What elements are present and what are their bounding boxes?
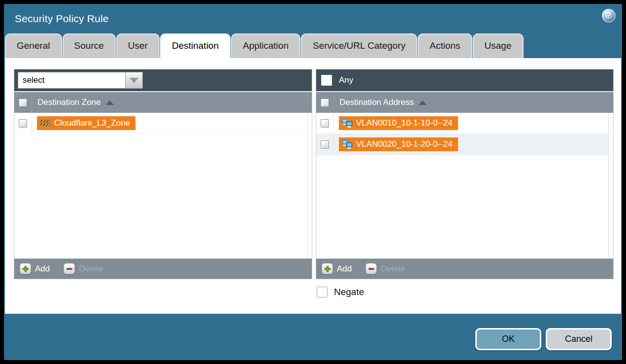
zone-list: Cloudflare_L3_Zone bbox=[14, 113, 312, 259]
minus-icon bbox=[365, 263, 377, 274]
delete-zone-label: Delete bbox=[79, 264, 103, 274]
sort-ascending-icon[interactable] bbox=[106, 100, 114, 105]
address-column-header-row: Destination Address bbox=[316, 91, 613, 113]
table-row: Cloudflare_L3_Zone bbox=[14, 113, 312, 134]
tab-usage[interactable]: Usage bbox=[473, 33, 524, 58]
zone-chip[interactable]: Cloudflare_L3_Zone bbox=[37, 116, 135, 130]
destination-address-panel: Any Destination Address bbox=[316, 69, 614, 279]
zone-filter-dropdown-button[interactable] bbox=[125, 72, 143, 89]
add-zone-label: Add bbox=[35, 264, 50, 274]
zone-filter-combobox bbox=[18, 72, 143, 89]
destination-address-column-header[interactable]: Destination Address bbox=[339, 98, 414, 107]
network-address-icon bbox=[342, 139, 353, 149]
address-row-checkbox[interactable] bbox=[321, 119, 329, 128]
network-address-icon bbox=[342, 118, 353, 128]
address-panel-footer: Add Delete bbox=[316, 259, 613, 279]
help-glyph: ? bbox=[606, 11, 611, 20]
tab-actions[interactable]: Actions bbox=[418, 33, 472, 58]
plus-icon bbox=[322, 263, 333, 274]
screen: { "window": { "title": "Security Policy … bbox=[0, 0, 626, 364]
address-chip[interactable]: VLAN0010_10-1-10-0--24 bbox=[339, 116, 458, 130]
delete-zone-button[interactable]: Delete bbox=[64, 263, 103, 274]
any-checkbox[interactable] bbox=[321, 75, 332, 86]
any-label: Any bbox=[339, 75, 353, 85]
zone-filter-input[interactable] bbox=[18, 72, 125, 89]
table-row: VLAN0010_10-1-10-0--24 bbox=[316, 113, 613, 134]
help-icon[interactable]: ? bbox=[602, 9, 616, 23]
chevron-down-icon bbox=[130, 78, 138, 83]
address-chip-label: VLAN0020_10-1-20-0--24 bbox=[356, 139, 453, 149]
address-row-checkbox[interactable] bbox=[321, 140, 329, 149]
zone-column-header-row: Destination Zone bbox=[14, 91, 312, 113]
select-all-zones-checkbox[interactable] bbox=[19, 99, 27, 107]
delete-address-label: Delete bbox=[381, 264, 405, 274]
zone-panel-header bbox=[14, 69, 312, 91]
zone-row-checkbox[interactable] bbox=[19, 119, 27, 128]
address-list-scrollbar[interactable] bbox=[608, 113, 613, 259]
negate-row: Negate bbox=[317, 287, 364, 298]
ok-button[interactable]: OK bbox=[475, 328, 541, 350]
add-address-button[interactable]: Add bbox=[322, 263, 352, 274]
address-list: VLAN0010_10-1-10-0--24 bbox=[316, 113, 613, 259]
negate-label: Negate bbox=[334, 287, 364, 298]
sort-ascending-icon[interactable] bbox=[419, 100, 427, 105]
security-policy-rule-dialog: Security Policy Rule ? General Source Us… bbox=[4, 4, 622, 360]
delete-address-button[interactable]: Delete bbox=[365, 263, 405, 274]
tab-source[interactable]: Source bbox=[63, 33, 116, 58]
address-chip-label: VLAN0010_10-1-10-0--24 bbox=[356, 118, 453, 128]
negate-checkbox[interactable] bbox=[317, 287, 328, 298]
plus-icon bbox=[20, 263, 31, 274]
add-address-label: Add bbox=[337, 264, 352, 274]
tab-user[interactable]: User bbox=[116, 33, 160, 58]
zone-panel-footer: Add Delete bbox=[14, 259, 312, 279]
address-chip[interactable]: VLAN0020_10-1-20-0--24 bbox=[339, 137, 458, 151]
tab-general[interactable]: General bbox=[5, 33, 62, 58]
dialog-title: Security Policy Rule bbox=[15, 13, 109, 25]
zone-chip-label: Cloudflare_L3_Zone bbox=[54, 118, 130, 128]
tab-destination[interactable]: Destination bbox=[160, 33, 231, 58]
add-zone-button[interactable]: Add bbox=[20, 263, 50, 274]
select-all-addresses-checkbox[interactable] bbox=[321, 99, 329, 107]
address-panel-header: Any bbox=[316, 69, 613, 91]
tab-service-url-category[interactable]: Service/URL Category bbox=[301, 33, 417, 58]
zone-barrier-icon bbox=[40, 119, 51, 128]
destination-zone-column-header[interactable]: Destination Zone bbox=[37, 98, 101, 107]
minus-icon bbox=[64, 263, 75, 274]
tab-application[interactable]: Application bbox=[231, 33, 300, 58]
destination-zone-panel: Destination Zone bbox=[14, 69, 312, 279]
destination-tab-panel: Destination Zone bbox=[5, 58, 621, 314]
cancel-button[interactable]: Cancel bbox=[546, 328, 612, 350]
zone-list-scrollbar[interactable] bbox=[307, 113, 312, 259]
tab-bar: General Source User Destination Applicat… bbox=[5, 33, 524, 58]
table-row: VLAN0020_10-1-20-0--24 bbox=[316, 134, 613, 155]
